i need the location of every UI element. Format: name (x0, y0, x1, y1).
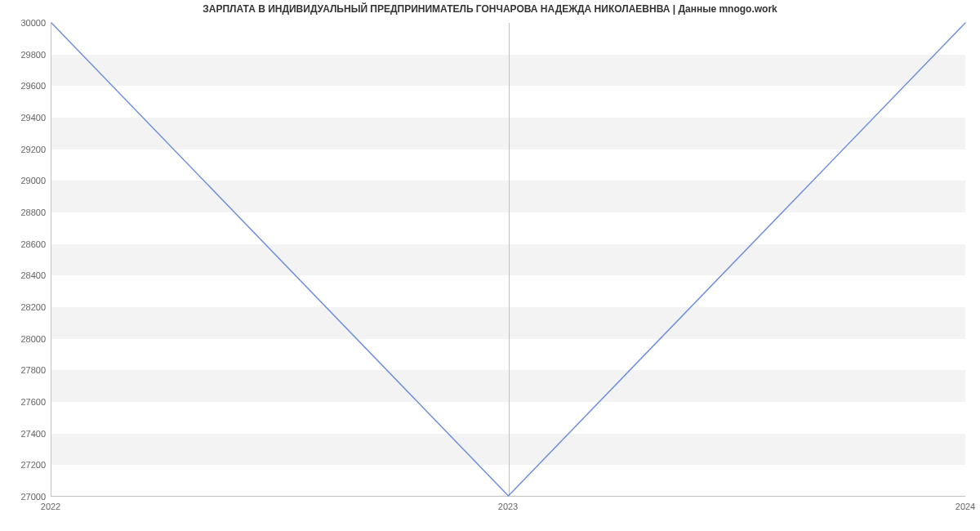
y-tick-label: 27200 (5, 460, 46, 470)
y-tick-label: 27400 (5, 429, 46, 439)
y-tick-label: 27600 (5, 397, 46, 407)
y-tick-label: 30000 (5, 18, 46, 28)
y-tick-label: 28600 (5, 239, 46, 249)
chart-title: ЗАРПЛАТА В ИНДИВИДУАЛЬНЫЙ ПРЕДПРИНИМАТЕЛ… (0, 3, 980, 15)
y-tick-label: 29000 (5, 176, 46, 185)
y-tick-label: 27800 (5, 365, 46, 375)
y-tick-label: 29200 (5, 145, 46, 154)
y-tick-label: 27000 (5, 492, 46, 502)
y-tick-label: 28800 (5, 207, 46, 217)
y-tick-label: 28000 (5, 334, 46, 344)
x-tick-label: 2024 (956, 502, 975, 511)
line-series (51, 23, 965, 496)
y-tick-label: 29600 (5, 81, 46, 91)
x-tick-label: 2022 (41, 502, 60, 511)
y-tick-label: 29800 (5, 50, 46, 60)
y-tick-label: 29400 (5, 113, 46, 123)
x-tick-label: 2023 (498, 502, 518, 511)
y-tick-label: 28400 (5, 270, 46, 280)
plot-area (51, 23, 965, 497)
y-tick-label: 28200 (5, 302, 46, 312)
chart-container: ЗАРПЛАТА В ИНДИВИДУАЛЬНЫЙ ПРЕДПРИНИМАТЕЛ… (0, 0, 980, 531)
